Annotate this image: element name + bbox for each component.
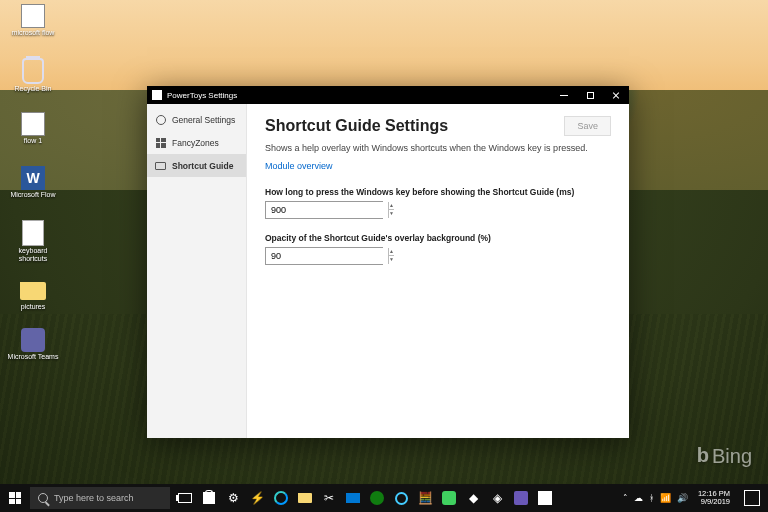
opacity-label: Opacity of the Shortcut Guide's overlay … xyxy=(265,233,611,243)
system-tray: ˄ ☁ ᚼ 📶 🔊 12:16 PM 9/9/2019 xyxy=(623,490,768,507)
teams-shortcut[interactable]: Microsoft Teams xyxy=(4,328,62,378)
gear-icon xyxy=(155,114,166,125)
flow-shortcut[interactable]: microsoft flow xyxy=(4,4,62,54)
taskbar-chat[interactable] xyxy=(438,484,460,512)
clock-date: 9/9/2019 xyxy=(698,498,730,506)
tray-wifi-icon[interactable]: 📶 xyxy=(660,493,671,503)
powertoys-settings-window: PowerToys Settings General SettingsFancy… xyxy=(147,86,629,438)
taskbar-cortana[interactable] xyxy=(390,484,412,512)
flow-shortcut-label: microsoft flow xyxy=(12,29,55,37)
delay-step-up[interactable]: ▲ xyxy=(389,202,394,211)
keyboard-shortcuts-icon xyxy=(22,220,44,246)
sidebar-item-shortcut-guide[interactable]: Shortcut Guide xyxy=(147,154,246,177)
tray-chevron-icon[interactable]: ˄ xyxy=(623,493,628,503)
start-button[interactable] xyxy=(0,484,30,512)
keyboard-shortcuts-label: keyboard shortcuts xyxy=(4,247,62,262)
taskbar-calculator[interactable]: 🧮 xyxy=(414,484,436,512)
taskbar: Type here to search ⚙ ⚡ ✂ 🧮 ◆ ◈ ˄ ☁ ᚼ 📶 … xyxy=(0,484,768,512)
search-placeholder: Type here to search xyxy=(54,493,134,503)
grid-icon xyxy=(155,137,166,148)
word-shortcut-label: Microsoft Flow xyxy=(10,191,55,199)
flow-shortcut-icon xyxy=(21,4,45,28)
keyboard-shortcuts[interactable]: keyboard shortcuts xyxy=(4,220,62,270)
task-view-button[interactable] xyxy=(174,484,196,512)
sidebar-item-general-settings[interactable]: General Settings xyxy=(147,108,246,131)
sidebar-item-fancyzones[interactable]: FancyZones xyxy=(147,131,246,154)
delay-label: How long to press the Windows key before… xyxy=(265,187,611,197)
window-titlebar[interactable]: PowerToys Settings xyxy=(147,86,629,104)
word-shortcut[interactable]: WMicrosoft Flow xyxy=(4,166,62,216)
recycle-bin-label: Recycle Bin xyxy=(15,85,52,93)
opacity-input[interactable] xyxy=(266,248,388,264)
taskbar-mail[interactable] xyxy=(342,484,364,512)
settings-sidebar: General SettingsFancyZonesShortcut Guide xyxy=(147,104,247,438)
app-icon xyxy=(152,90,162,100)
recycle-bin[interactable]: Recycle Bin xyxy=(4,58,62,108)
taskbar-app-b[interactable]: ◈ xyxy=(486,484,508,512)
taskbar-edge[interactable] xyxy=(270,484,292,512)
delay-input-group: ▲ ▼ xyxy=(265,201,383,219)
taskbar-clock[interactable]: 12:16 PM 9/9/2019 xyxy=(694,490,734,507)
delay-step-down[interactable]: ▼ xyxy=(389,210,394,218)
opacity-step-down[interactable]: ▼ xyxy=(389,256,394,264)
window-title: PowerToys Settings xyxy=(167,91,237,100)
sidebar-item-label: Shortcut Guide xyxy=(172,161,233,171)
page-title: Shortcut Guide Settings xyxy=(265,117,448,135)
taskbar-explorer[interactable] xyxy=(294,484,316,512)
flow1-shortcut[interactable]: flow 1 xyxy=(4,112,62,162)
maximize-button[interactable] xyxy=(577,86,603,104)
pictures-folder[interactable]: pictures xyxy=(4,274,62,324)
sidebar-item-label: FancyZones xyxy=(172,138,219,148)
taskbar-store[interactable] xyxy=(198,484,220,512)
opacity-input-group: ▲ ▼ xyxy=(265,247,383,265)
minimize-button[interactable] xyxy=(551,86,577,104)
tray-onedrive-icon[interactable]: ☁ xyxy=(634,493,643,503)
search-icon xyxy=(38,493,48,503)
delay-input[interactable] xyxy=(266,202,388,218)
teams-shortcut-icon xyxy=(21,328,45,352)
tray-bluetooth-icon[interactable]: ᚼ xyxy=(649,493,654,503)
taskbar-app-a[interactable]: ◆ xyxy=(462,484,484,512)
opacity-step-up[interactable]: ▲ xyxy=(389,248,394,257)
bing-watermark: bBing xyxy=(697,445,752,468)
taskbar-snip[interactable]: ✂ xyxy=(318,484,340,512)
flow1-shortcut-icon xyxy=(21,112,45,136)
module-description: Shows a help overlay with Windows shortc… xyxy=(265,142,611,155)
word-shortcut-icon: W xyxy=(21,166,45,190)
recycle-bin-icon xyxy=(22,58,44,84)
save-button[interactable]: Save xyxy=(564,116,611,136)
sidebar-item-label: General Settings xyxy=(172,115,235,125)
close-button[interactable] xyxy=(603,86,629,104)
tray-volume-icon[interactable]: 🔊 xyxy=(677,493,688,503)
taskbar-xbox[interactable] xyxy=(366,484,388,512)
pictures-folder-label: pictures xyxy=(21,303,46,311)
taskbar-search[interactable]: Type here to search xyxy=(30,487,170,509)
windows-logo-icon xyxy=(9,492,21,504)
taskbar-people[interactable] xyxy=(510,484,532,512)
taskbar-powertoys[interactable] xyxy=(534,484,556,512)
teams-shortcut-label: Microsoft Teams xyxy=(8,353,59,361)
taskbar-settings[interactable]: ⚙ xyxy=(222,484,244,512)
action-center-button[interactable] xyxy=(744,490,760,506)
flow1-shortcut-label: flow 1 xyxy=(24,137,42,145)
settings-content: Shortcut Guide Settings Save Shows a hel… xyxy=(247,104,629,438)
taskbar-power[interactable]: ⚡ xyxy=(246,484,268,512)
keyboard-icon xyxy=(155,160,166,171)
module-overview-link[interactable]: Module overview xyxy=(265,161,333,171)
pictures-folder-icon xyxy=(19,274,47,302)
